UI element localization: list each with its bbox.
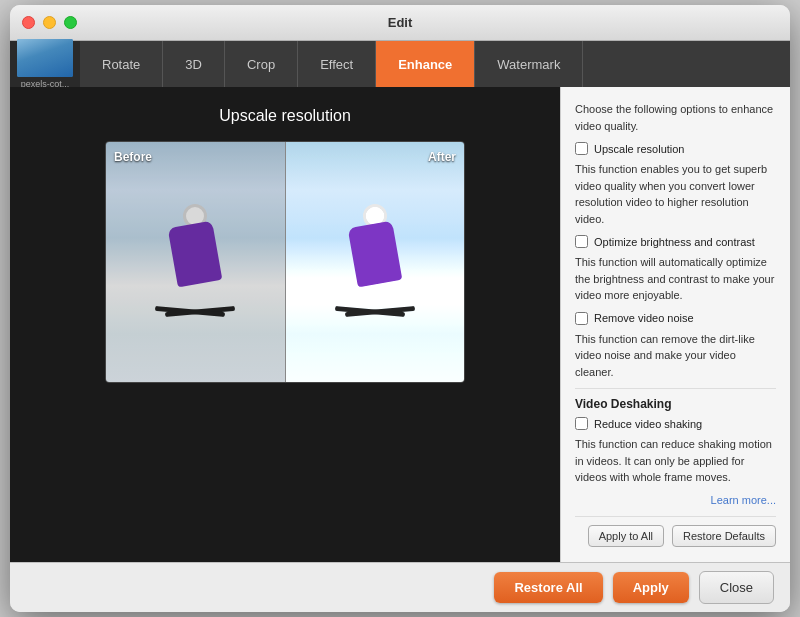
restore-all-button[interactable]: Restore All: [494, 572, 602, 603]
noise-checkbox[interactable]: [575, 312, 588, 325]
bottom-bar: Restore All Apply Close: [10, 562, 790, 612]
close-dialog-button[interactable]: Close: [699, 571, 774, 604]
video-thumbnail: [17, 39, 73, 77]
skier-legs-after: [350, 284, 400, 314]
brightness-label[interactable]: Optimize brightness and contrast: [594, 236, 755, 248]
main-window: Edit pexels-cot... Rotate 3D Crop Effect…: [10, 5, 790, 612]
after-pane: After: [286, 142, 465, 382]
before-after-container: Before: [105, 141, 465, 383]
tab-watermark[interactable]: Watermark: [475, 41, 583, 87]
tab-effect[interactable]: Effect: [298, 41, 376, 87]
upscale-row: Upscale resolution: [575, 142, 776, 155]
upscale-description: This function enables you to get superb …: [575, 161, 776, 227]
thumbnail-area: pexels-cot...: [10, 41, 80, 87]
restore-defaults-button[interactable]: Restore Defaults: [672, 525, 776, 547]
apply-to-all-button[interactable]: Apply to All: [588, 525, 664, 547]
maximize-button[interactable]: [64, 16, 77, 29]
deshaking-divider: [575, 388, 776, 389]
window-title: Edit: [388, 15, 413, 30]
skier-body-before: [168, 221, 223, 288]
skier-after: [335, 194, 415, 334]
close-button[interactable]: [22, 16, 35, 29]
tab-crop[interactable]: Crop: [225, 41, 298, 87]
preview-panel: Upscale resolution Before: [10, 87, 560, 562]
tab-rotate[interactable]: Rotate: [80, 41, 163, 87]
before-image: [106, 142, 285, 382]
skier-legs-before: [170, 284, 220, 314]
brightness-description: This function will automatically optimiz…: [575, 254, 776, 304]
deshaking-row: Reduce video shaking: [575, 417, 776, 430]
tab-enhance[interactable]: Enhance: [376, 41, 475, 87]
before-pane: Before: [106, 142, 285, 382]
settings-panel: Choose the following options to enhance …: [560, 87, 790, 562]
traffic-lights: [22, 16, 77, 29]
deshake-checkbox[interactable]: [575, 417, 588, 430]
noise-description: This function can remove the dirt-like v…: [575, 331, 776, 381]
after-label: After: [428, 150, 456, 164]
noise-label[interactable]: Remove video noise: [594, 312, 694, 324]
learn-more-link[interactable]: Learn more...: [575, 494, 776, 506]
deshaking-section-title: Video Deshaking: [575, 397, 776, 411]
brightness-checkbox[interactable]: [575, 235, 588, 248]
deshake-label[interactable]: Reduce video shaking: [594, 418, 702, 430]
settings-intro: Choose the following options to enhance …: [575, 101, 776, 134]
settings-action-row: Apply to All Restore Defaults: [575, 516, 776, 547]
after-image: [286, 142, 465, 382]
upscale-label[interactable]: Upscale resolution: [594, 143, 685, 155]
deshaking-description: This function can reduce shaking motion …: [575, 436, 776, 486]
upscale-checkbox[interactable]: [575, 142, 588, 155]
apply-button[interactable]: Apply: [613, 572, 689, 603]
noise-row: Remove video noise: [575, 312, 776, 325]
tabs-container: Rotate 3D Crop Effect Enhance Watermark: [80, 41, 790, 87]
minimize-button[interactable]: [43, 16, 56, 29]
brightness-row: Optimize brightness and contrast: [575, 235, 776, 248]
skier-body-after: [347, 221, 402, 288]
preview-title: Upscale resolution: [219, 107, 351, 125]
skier-before: [155, 194, 235, 334]
main-content: Upscale resolution Before: [10, 87, 790, 562]
tab-bar: pexels-cot... Rotate 3D Crop Effect Enha…: [10, 41, 790, 87]
before-label: Before: [114, 150, 152, 164]
title-bar: Edit: [10, 5, 790, 41]
tab-3d[interactable]: 3D: [163, 41, 225, 87]
